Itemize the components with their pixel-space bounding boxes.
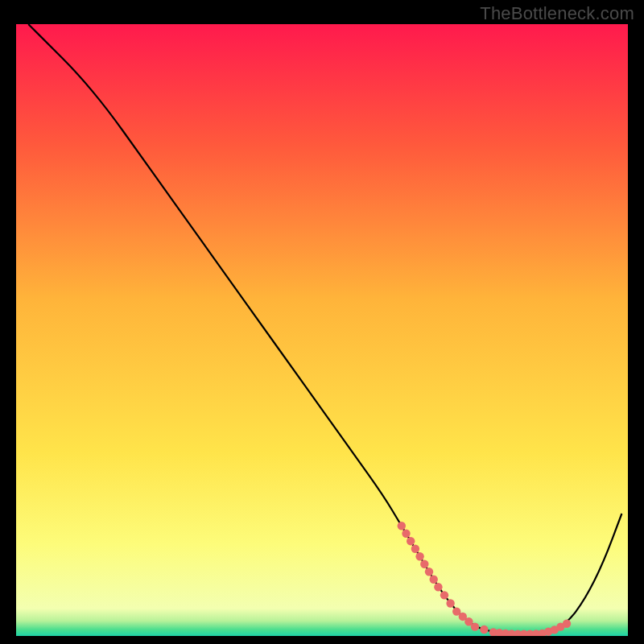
highlight-dot <box>420 560 428 568</box>
watermark-label: TheBottleneck.com <box>480 3 634 24</box>
gradient-background <box>16 24 628 636</box>
chart-container: TheBottleneck.com <box>0 0 644 644</box>
highlight-dot <box>434 583 442 591</box>
highlight-dot <box>402 530 410 538</box>
highlight-dot <box>411 545 419 553</box>
highlight-dot <box>425 568 433 576</box>
highlight-dot <box>480 625 488 634</box>
highlight-dot <box>440 591 448 599</box>
highlight-dot <box>415 552 423 560</box>
highlight-dot <box>471 622 479 630</box>
highlight-dot <box>398 522 406 530</box>
chart-svg <box>16 24 628 636</box>
highlight-dot <box>446 599 454 607</box>
highlight-dot <box>563 620 571 628</box>
highlight-dot <box>407 537 415 545</box>
highlight-dot <box>430 576 438 584</box>
